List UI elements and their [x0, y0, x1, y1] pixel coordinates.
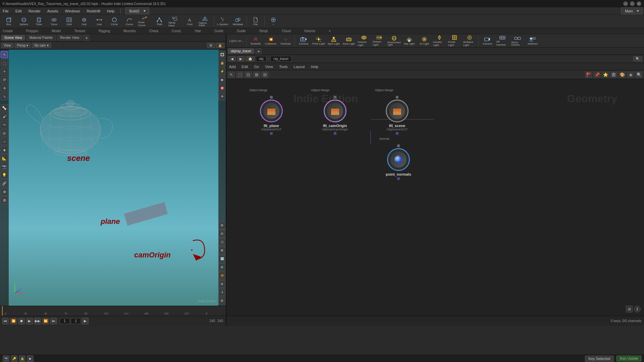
status-lock-btn[interactable]: 🔒	[19, 355, 25, 362]
tool-grid[interactable]: Grid	[62, 15, 76, 27]
select-lasso-tool[interactable]: ⌖	[1, 68, 8, 75]
tool-curve[interactable]: Curve	[122, 15, 137, 27]
knife-tool[interactable]: ✂	[1, 121, 8, 128]
node-circle-in-scene[interactable]	[386, 100, 409, 122]
node-graph-canvas[interactable]: Indie Edition Geometry	[226, 79, 644, 316]
nav-fwd-btn[interactable]: ▶	[237, 56, 245, 61]
ng-color-btn[interactable]: 🎨	[619, 71, 626, 78]
tool-vr-camera[interactable]: VR Camera	[495, 35, 510, 47]
nm-view[interactable]: View	[264, 64, 274, 69]
ng-grid2-btn[interactable]: ⊞	[626, 306, 633, 312]
vp-rt-btn8[interactable]: ⊟	[218, 230, 226, 237]
path-ray-tracer[interactable]: ray_tracer	[270, 56, 291, 62]
vp-rt-btn13[interactable]: 🔆	[218, 272, 226, 279]
ng-layout-btn[interactable]: ⊟	[261, 71, 269, 78]
tool-env-light[interactable]: Environment Light	[387, 35, 401, 47]
tool-torus[interactable]: Torus	[47, 15, 61, 27]
path-obj[interactable]: obj	[256, 56, 266, 62]
section-rigging[interactable]: Rigging	[99, 29, 110, 33]
vp-rt-btn2[interactable]: 🔒	[218, 59, 226, 67]
timeline-ruler[interactable]: 2 24 48 72 96 120 144 168 192 216 2 2	[2, 306, 226, 316]
lighting-tool[interactable]: 💡	[1, 171, 8, 179]
tool-sky-light[interactable]: Sky Light	[402, 35, 417, 47]
paint-tool[interactable]: 🖌	[1, 113, 8, 120]
ng-overview-btn[interactable]: ⊡	[245, 71, 252, 78]
section-add-icon[interactable]: +	[329, 29, 331, 33]
transport-forward-btn[interactable]: ▶	[82, 318, 89, 324]
tool-distant-light[interactable]: Distant Light	[372, 35, 386, 47]
tool-circle[interactable]: Circle	[107, 15, 122, 27]
magnet-tool[interactable]: ◎	[1, 129, 8, 137]
close-button[interactable]: ✕	[637, 1, 641, 6]
tool-collisions-btn[interactable]: 💥 Collisions	[263, 35, 278, 47]
select-box-tool[interactable]: ⬚	[1, 59, 8, 67]
node-in-scene[interactable]: IN_scene /obj/scene/OUT	[386, 96, 409, 135]
vp-rt-btn6[interactable]: 👁	[218, 93, 226, 100]
vp-rt-btn1[interactable]: 🔳	[218, 51, 226, 58]
section-const[interactable]: Const.	[172, 29, 181, 33]
extra-tool1[interactable]: ⊕	[1, 188, 8, 195]
timeline[interactable]: 2 24 48 72 96 120 144 168 192 216 2 2	[0, 306, 226, 316]
build-box[interactable]: Build2 ▾	[125, 7, 149, 14]
node-graph-tab[interactable]: obj/ray_tracer	[228, 48, 254, 54]
tool-particles-btn[interactable]: ·:· Particles	[278, 35, 293, 47]
menu-edit[interactable]: Edit	[14, 8, 23, 14]
extra-tool2[interactable]: ⊞	[1, 196, 8, 204]
section-guide[interactable]: Guide	[214, 29, 223, 33]
ng-star-btn[interactable]: ⭐	[602, 71, 609, 78]
node-circle-in-camorgin[interactable]	[324, 100, 346, 122]
tab-render-view[interactable]: Render View	[57, 35, 82, 41]
tool-line[interactable]: Line	[92, 15, 107, 27]
current-frame-input[interactable]	[71, 318, 81, 324]
measure-tool[interactable]: 📐	[1, 155, 8, 162]
tool-camera[interactable]: Camera	[296, 35, 311, 47]
minimize-button[interactable]: —	[623, 1, 628, 6]
tool-portal-light[interactable]: Portal Light	[447, 35, 462, 47]
ng-select-btn[interactable]: ↖	[228, 71, 235, 78]
section-guide2[interactable]: Guide	[237, 29, 246, 33]
ng-shape-btn[interactable]: ◈	[627, 71, 634, 78]
tool-spray-paint[interactable]: Spray Paint	[167, 15, 182, 27]
transport-end[interactable]: ⏭	[50, 318, 57, 324]
viewport-lock-btn[interactable]: 🔒	[216, 43, 224, 48]
tool-camera2[interactable]: Camera	[480, 35, 495, 47]
vp-rt-btn4[interactable]: ◉	[218, 76, 226, 83]
status-play-btn[interactable]: ▶	[27, 355, 34, 362]
move-tool[interactable]: ✛	[1, 84, 8, 92]
ng-search-btn[interactable]: 🔍	[633, 56, 642, 61]
nm-layout[interactable]: Layout	[292, 64, 306, 69]
scale-tool[interactable]: ⤡	[1, 93, 8, 100]
start-frame-input[interactable]	[60, 318, 70, 324]
ng-search2-btn[interactable]: 🔍	[635, 71, 643, 78]
vp-rt-btn7[interactable]: ⊞	[218, 222, 226, 229]
tool-ambient-light[interactable]: Ambient Light	[462, 35, 477, 47]
tool-platonic[interactable]: Platonic Solids	[198, 15, 212, 27]
ng-net-btn[interactable]: 🕸	[610, 71, 618, 78]
transport-play-all[interactable]: ▶▶	[34, 318, 41, 324]
nav-home-btn[interactable]: 🏠	[246, 56, 255, 61]
nm-edit[interactable]: Edit	[240, 64, 250, 69]
select-tool[interactable]: ↖	[1, 51, 8, 58]
vp-rt-btn9[interactable]: ◫	[218, 238, 226, 246]
persp-dropdown[interactable]: Persp ▾	[15, 43, 31, 48]
section-muscles[interactable]: Muscles	[123, 29, 136, 33]
rotate-tool[interactable]: ⟳	[1, 76, 8, 83]
vp-rt-btn11[interactable]: 🔡	[218, 255, 226, 262]
add-node-tab-btn[interactable]: +	[256, 48, 262, 54]
node-circle-point-normals[interactable]	[387, 148, 410, 171]
nm-help[interactable]: Help	[310, 64, 320, 69]
transport-start[interactable]: ⏮	[2, 318, 9, 324]
tool-draw-curve[interactable]: Draw Curve	[137, 15, 152, 27]
tool-point-light[interactable]: Point Light	[311, 35, 326, 47]
tab-material-palette[interactable]: Material Palette	[26, 35, 56, 41]
status-key-btn[interactable]: 🔑	[11, 355, 17, 362]
geo-tool[interactable]: ◈	[1, 146, 8, 154]
nav-back-btn[interactable]: ◀	[228, 56, 236, 61]
vp-rt-btn16[interactable]: ⊞	[218, 297, 226, 304]
handle-tool[interactable]: ⟐	[1, 138, 8, 145]
ng-box-select-btn[interactable]: ⬚	[236, 71, 244, 78]
section-hair[interactable]: Hair	[195, 29, 201, 33]
camera-dropdown[interactable]: No cam ▾	[32, 43, 51, 48]
tool-box[interactable]: Box	[1, 15, 16, 27]
nm-add[interactable]: Add	[228, 64, 237, 69]
